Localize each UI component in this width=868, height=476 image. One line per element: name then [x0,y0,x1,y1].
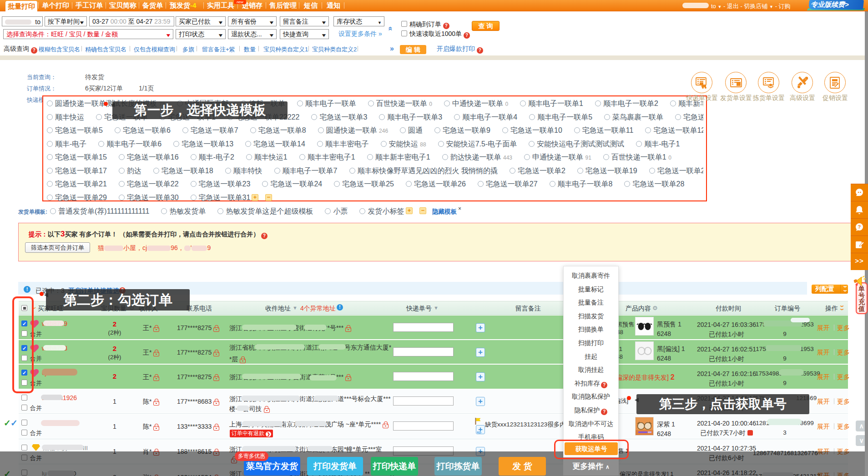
svg-text:?: ? [858,224,861,230]
